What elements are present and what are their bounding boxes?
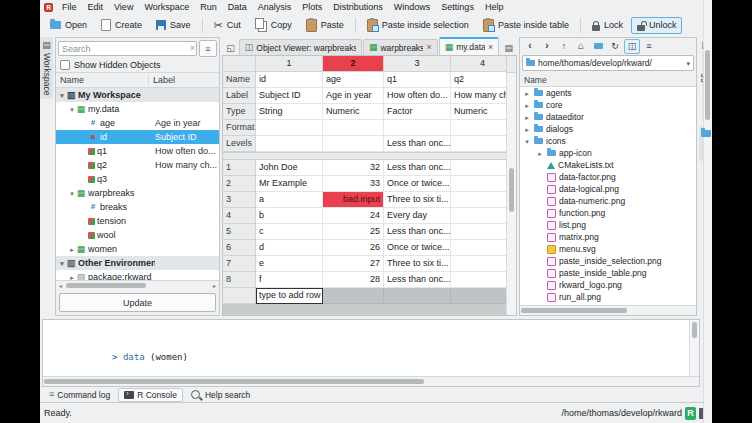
grid-cell[interactable]: 28: [323, 272, 384, 288]
table-row[interactable]: 8 f 28 Less than onc... 8 3: [223, 272, 516, 288]
column-header[interactable]: 2: [323, 56, 384, 72]
file-tree-row[interactable]: menu.svg: [520, 243, 696, 255]
file-tree-row[interactable]: data-logical.png: [520, 183, 696, 195]
grid-cell[interactable]: 26: [323, 240, 384, 256]
file-tree-row[interactable]: data-numeric.png: [520, 195, 696, 207]
menu-item[interactable]: Distributions: [328, 2, 388, 12]
expander-icon[interactable]: [68, 106, 76, 113]
grid-scrollbar[interactable]: [506, 72, 516, 315]
dock-tab-workspace[interactable]: Workspace: [40, 37, 53, 99]
file-tree-row[interactable]: core: [520, 99, 696, 111]
grid-cell[interactable]: John Doe: [256, 160, 323, 176]
grid-cell[interactable]: [384, 120, 451, 136]
show-hidden-checkbox[interactable]: [60, 60, 70, 70]
files-scrollbar-thumb[interactable]: [705, 50, 710, 120]
menu-item[interactable]: Help: [480, 2, 509, 12]
expander-icon[interactable]: [523, 102, 531, 109]
file-tree-row[interactable]: agents: [520, 87, 696, 99]
row-header[interactable]: 7: [223, 256, 256, 272]
file-tree-row[interactable]: icons: [520, 135, 696, 147]
scroll-right-icon[interactable]: ▸: [210, 282, 219, 289]
row-header[interactable]: 1: [223, 160, 256, 176]
table-row[interactable]: 5 c 25 Less than onc... 5 6: [223, 224, 516, 240]
file-tree-row[interactable]: dataeditor: [520, 111, 696, 123]
editor-tab[interactable]: my.data: [439, 37, 500, 55]
workspace-tree-row[interactable]: package:rkward: [56, 270, 219, 280]
grid-cell[interactable]: id: [256, 72, 323, 88]
toolbar-button[interactable]: Save: [150, 17, 197, 33]
editor-tab[interactable]: warpbreaks: [363, 39, 438, 55]
grid-cell[interactable]: Less than onc...: [384, 272, 451, 288]
menu-item[interactable]: Edit: [83, 2, 109, 12]
column-header[interactable]: 3: [384, 56, 451, 72]
row-header[interactable]: 8: [223, 272, 256, 288]
grid-cell[interactable]: [323, 136, 384, 152]
close-tab-icon[interactable]: [426, 43, 431, 52]
workspace-tree-row[interactable]: warpbreaks: [56, 186, 219, 200]
console-hscrollbar[interactable]: [43, 376, 699, 386]
grid-cell[interactable]: Less than onc...: [384, 224, 451, 240]
grid-cell[interactable]: Three to six ti...: [384, 256, 451, 272]
toolbar-button[interactable]: Cut: [208, 17, 247, 34]
menu-item[interactable]: Data: [223, 2, 252, 12]
workspace-tree-row[interactable]: q2 How many ch...: [56, 158, 219, 172]
grid-cell[interactable]: Less than onc...: [384, 160, 451, 176]
workspace-tree-row[interactable]: age Age in year: [56, 116, 219, 130]
menu-item[interactable]: Windows: [389, 2, 436, 12]
grid-cell[interactable]: [256, 136, 323, 152]
update-button[interactable]: Update: [59, 293, 216, 312]
grid-cell[interactable]: Mr Example: [256, 176, 323, 192]
grid-cell[interactable]: 25: [323, 224, 384, 240]
grid-cell[interactable]: q1: [384, 72, 451, 88]
tree-options-button[interactable]: ≡: [199, 40, 217, 57]
menu-item[interactable]: Plots: [297, 2, 327, 12]
toolbar-button[interactable]: Create: [95, 16, 148, 34]
table-row[interactable]: 6 d 26 Once or twice... 6 5: [223, 240, 516, 256]
file-tree-row[interactable]: CMakeLists.txt: [520, 159, 696, 171]
file-tree-row[interactable]: app-icon: [520, 147, 696, 159]
expander-icon[interactable]: [523, 90, 531, 97]
forward-icon[interactable]: [539, 39, 555, 54]
window-list-icon[interactable]: [501, 40, 516, 55]
grid-cell[interactable]: Age in year: [323, 88, 384, 104]
path-combobox[interactable]: home/thomas/develop/rkward/: [522, 55, 694, 71]
workspace-tree-row[interactable]: id Subject ID: [56, 130, 219, 144]
grid-cell[interactable]: d: [256, 240, 323, 256]
row-header[interactable]: 6: [223, 240, 256, 256]
row-header[interactable]: 5: [223, 224, 256, 240]
grid-cell[interactable]: Numeric: [323, 104, 384, 120]
grid-cell[interactable]: [256, 120, 323, 136]
workspace-tree-row[interactable]: q3: [56, 172, 219, 186]
menu-item[interactable]: Analysis: [253, 2, 297, 12]
grid-cell[interactable]: e: [256, 256, 323, 272]
up-icon[interactable]: [556, 39, 572, 54]
new-row-input-cell[interactable]: type to add row: [256, 288, 323, 304]
files-scrollbar[interactable]: [703, 48, 712, 413]
expander-icon[interactable]: [68, 246, 76, 253]
file-tree-row[interactable]: rkward_logo.png: [520, 279, 696, 291]
hscroll-thumb[interactable]: [521, 308, 627, 313]
grid-cell[interactable]: 32: [323, 160, 384, 176]
menu-item[interactable]: File: [57, 2, 82, 12]
toolbar-button[interactable]: Paste: [300, 16, 350, 35]
toolbar-button[interactable]: Copy: [249, 15, 298, 35]
workspace-tree-row[interactable]: wool: [56, 228, 219, 242]
grid-cell[interactable]: c: [256, 224, 323, 240]
file-tree-row[interactable]: data-factor.png: [520, 171, 696, 183]
expander-icon[interactable]: [523, 126, 531, 133]
new-folder-icon[interactable]: [590, 39, 606, 54]
grid-cell[interactable]: Factor: [384, 104, 451, 120]
column-header-name[interactable]: Name: [56, 75, 149, 85]
grid-splitter[interactable]: [223, 152, 516, 160]
workspace-tree-row[interactable]: breaks: [56, 200, 219, 214]
expander-icon[interactable]: [523, 138, 531, 145]
workspace-tree-row[interactable]: women: [56, 242, 219, 256]
table-row[interactable]: 2 Mr Example 33 Once or twice... 2 9: [223, 176, 516, 192]
row-header[interactable]: 3: [223, 192, 256, 208]
expander-icon[interactable]: [58, 260, 66, 267]
add-row[interactable]: type to add row: [223, 288, 516, 304]
search-input[interactable]: [58, 41, 197, 56]
grid-cell[interactable]: 24: [323, 208, 384, 224]
workspace-tree-row[interactable]: My Workspace: [56, 88, 219, 102]
home-icon[interactable]: [573, 39, 589, 54]
